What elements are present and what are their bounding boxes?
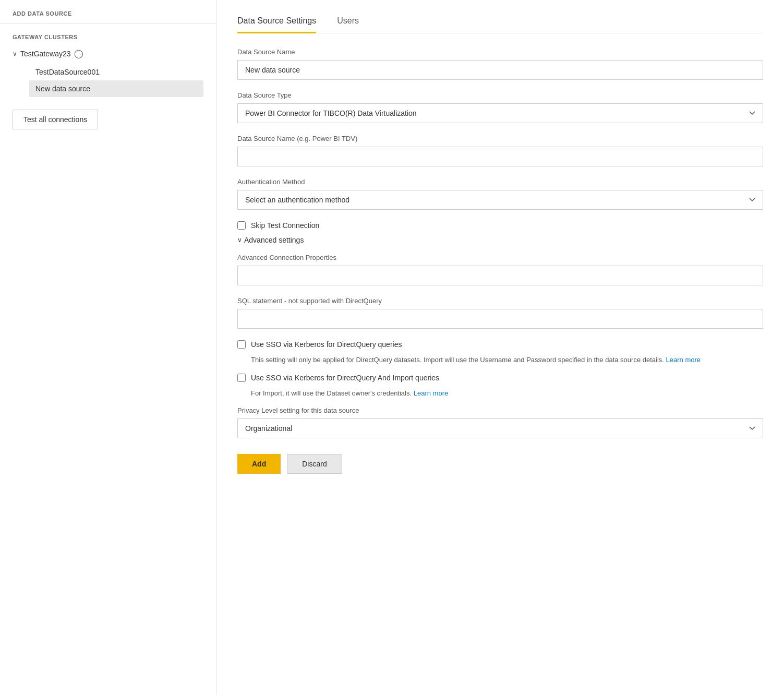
datasource-name2-group: Data Source Name (e.g. Power BI TDV) xyxy=(237,135,763,166)
gateway-clusters-section: GATEWAY CLUSTERS ∨ TestGateway23 ◯ TestD… xyxy=(0,23,216,97)
skip-test-connection-group: Skip Test Connection xyxy=(237,221,763,230)
advanced-settings-toggle[interactable]: ∨ Advanced settings xyxy=(237,236,763,244)
test-all-connections-button[interactable]: Test all connections xyxy=(13,110,98,129)
adv-conn-properties-label: Advanced Connection Properties xyxy=(237,254,763,261)
sso-kerberos-import-learn-more-link[interactable]: Learn more xyxy=(414,389,448,397)
gateway-clusters-label: GATEWAY CLUSTERS xyxy=(13,34,203,40)
auth-method-select[interactable]: Select an authentication method xyxy=(237,190,763,210)
privacy-level-select[interactable]: None Private Organizational Public xyxy=(237,418,763,438)
sso-kerberos-import-label[interactable]: Use SSO via Kerberos for DirectQuery And… xyxy=(251,374,439,382)
privacy-level-label: Privacy Level setting for this data sour… xyxy=(237,406,763,414)
sso-kerberos-dq-label[interactable]: Use SSO via Kerberos for DirectQuery que… xyxy=(251,340,402,349)
sso-kerberos-dq-group: Use SSO via Kerberos for DirectQuery que… xyxy=(237,340,763,349)
privacy-level-group: Privacy Level setting for this data sour… xyxy=(237,406,763,438)
sso-kerberos-import-group: Use SSO via Kerberos for DirectQuery And… xyxy=(237,374,763,382)
tab-data-source-settings[interactable]: Data Source Settings xyxy=(237,11,316,33)
skip-test-connection-checkbox[interactable] xyxy=(237,221,246,230)
gateway-chevron-icon: ∨ xyxy=(13,50,17,57)
datasource-item-new-data-source[interactable]: New data source xyxy=(29,80,203,97)
advanced-settings-label: Advanced settings xyxy=(244,236,304,244)
datasource-name-input[interactable] xyxy=(237,60,763,80)
sql-statement-input[interactable] xyxy=(237,309,763,329)
tab-users[interactable]: Users xyxy=(337,11,359,33)
form-actions: Add Discard xyxy=(237,454,763,495)
datasource-type-select[interactable]: Power BI Connector for TIBCO(R) Data Vir… xyxy=(237,103,763,123)
sso-kerberos-import-checkbox[interactable] xyxy=(237,374,246,382)
auth-method-label: Authentication Method xyxy=(237,178,763,186)
gateway-item-testgateway23[interactable]: ∨ TestGateway23 ◯ xyxy=(13,45,203,62)
sidebar: ADD DATA SOURCE GATEWAY CLUSTERS ∨ TestG… xyxy=(0,0,216,695)
sso-kerberos-dq-learn-more-link[interactable]: Learn more xyxy=(666,356,701,364)
advanced-settings-chevron-icon: ∨ xyxy=(237,236,242,244)
gateway-name-label: TestGateway23 xyxy=(20,50,71,58)
upload-icon: ◯ xyxy=(74,49,83,58)
auth-method-group: Authentication Method Select an authenti… xyxy=(237,178,763,210)
datasource-name-group: Data Source Name xyxy=(237,48,763,80)
datasource-type-label: Data Source Type xyxy=(237,91,763,99)
sso-kerberos-import-info-text: For Import, it will use the Dataset owne… xyxy=(251,389,412,397)
main-content: Data Source Settings Users Data Source N… xyxy=(216,0,784,695)
datasource-item-testdatasource001[interactable]: TestDataSource001 xyxy=(29,64,203,80)
sso-kerberos-import-info: For Import, it will use the Dataset owne… xyxy=(251,388,763,399)
add-button[interactable]: Add xyxy=(237,454,281,474)
sso-kerberos-dq-info-text: This setting will only be applied for Di… xyxy=(251,356,664,364)
datasource-name2-input[interactable] xyxy=(237,147,763,166)
sso-kerberos-dq-info: This setting will only be applied for Di… xyxy=(251,355,763,365)
datasource-type-group: Data Source Type Power BI Connector for … xyxy=(237,91,763,123)
datasource-name2-label: Data Source Name (e.g. Power BI TDV) xyxy=(237,135,763,142)
add-data-source-header: ADD DATA SOURCE xyxy=(0,10,216,23)
skip-test-connection-label[interactable]: Skip Test Connection xyxy=(251,221,319,230)
sql-statement-label: SQL statement - not supported with Direc… xyxy=(237,297,763,305)
datasource-list: TestDataSource001 New data source xyxy=(13,64,203,97)
adv-conn-properties-group: Advanced Connection Properties xyxy=(237,254,763,285)
tabs-container: Data Source Settings Users xyxy=(237,10,763,33)
discard-button[interactable]: Discard xyxy=(287,454,342,474)
adv-conn-properties-input[interactable] xyxy=(237,266,763,285)
datasource-name-label: Data Source Name xyxy=(237,48,763,56)
sso-kerberos-dq-checkbox[interactable] xyxy=(237,340,246,349)
sidebar-actions: Test all connections xyxy=(0,97,216,142)
sql-statement-group: SQL statement - not supported with Direc… xyxy=(237,297,763,329)
